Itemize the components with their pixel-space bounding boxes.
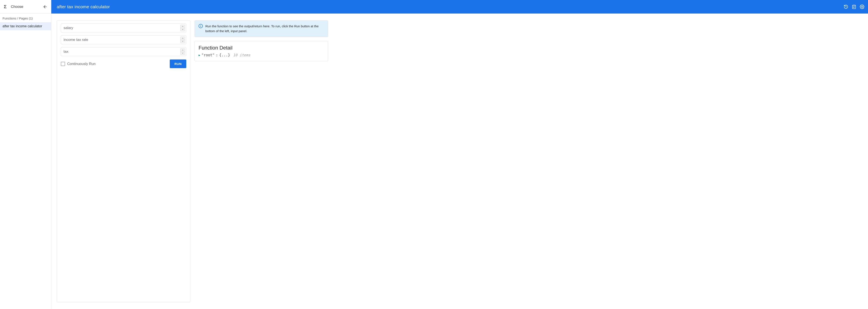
right-column: i Run the function to see the output/ret… bbox=[194, 20, 328, 302]
sidebar-section-header: Functions / Pages (1) bbox=[0, 13, 51, 22]
income-tax-rate-input[interactable] bbox=[61, 35, 186, 44]
sidebar-top-left: Σ Choose bbox=[4, 4, 23, 9]
json-root-line: ▶ "root" : {...} 10 items bbox=[198, 53, 324, 57]
expand-toggle[interactable]: ▶ bbox=[198, 54, 200, 57]
sidebar-top: Σ Choose bbox=[0, 0, 51, 13]
input-footer: Continuously Run RUN bbox=[61, 60, 186, 68]
salary-input[interactable] bbox=[61, 24, 186, 32]
stepper-up[interactable] bbox=[181, 25, 185, 28]
topbar-icons bbox=[843, 4, 865, 9]
info-icon: i bbox=[198, 24, 203, 28]
chevron-up-icon bbox=[182, 49, 184, 51]
stepper-down[interactable] bbox=[181, 40, 185, 43]
stepper-up[interactable] bbox=[181, 37, 185, 40]
chevron-down-icon bbox=[182, 41, 184, 42]
json-root-body: {...} bbox=[219, 53, 230, 57]
info-box: i Run the function to see the output/ret… bbox=[195, 21, 328, 37]
choose-label[interactable]: Choose bbox=[11, 5, 23, 9]
continuously-run-label: Continuously Run bbox=[67, 62, 96, 66]
stepper-down[interactable] bbox=[181, 52, 185, 55]
chevron-down-icon bbox=[182, 53, 184, 54]
notes-icon bbox=[852, 4, 856, 9]
stepper-up[interactable] bbox=[181, 49, 185, 52]
salary-stepper[interactable] bbox=[180, 25, 185, 31]
history-button[interactable] bbox=[843, 4, 848, 9]
sigma-icon: Σ bbox=[4, 4, 6, 9]
run-button[interactable]: RUN bbox=[170, 60, 186, 68]
chevron-up-icon bbox=[182, 26, 184, 27]
json-colon: : bbox=[216, 53, 218, 57]
arrow-left-icon bbox=[43, 4, 48, 9]
json-items-meta: 10 items bbox=[233, 53, 250, 57]
svg-point-6 bbox=[862, 6, 863, 7]
function-detail-title: Function Detail bbox=[198, 45, 324, 51]
checkbox-box-icon bbox=[61, 62, 65, 66]
sidebar: Σ Choose Functions / Pages (1) after tax… bbox=[0, 0, 51, 309]
info-text: Run the function to see the output/retur… bbox=[205, 24, 324, 33]
history-icon bbox=[844, 4, 848, 9]
function-detail-panel: Function Detail ▶ "root" : {...} 10 item… bbox=[194, 41, 328, 61]
settings-button[interactable] bbox=[860, 4, 865, 9]
income-tax-rate-stepper[interactable] bbox=[180, 37, 185, 43]
content: Continuously Run RUN i Run the function … bbox=[51, 13, 868, 309]
input-panel: Continuously Run RUN bbox=[57, 20, 190, 302]
continuously-run-checkbox[interactable]: Continuously Run bbox=[61, 62, 96, 66]
chevron-down-icon bbox=[182, 29, 184, 30]
sidebar-item-after-tax-income-calculator[interactable]: after tax income calculator bbox=[0, 22, 51, 30]
topbar: after tax income calculator bbox=[51, 0, 868, 13]
main: after tax income calculator bbox=[51, 0, 868, 309]
logs-button[interactable] bbox=[851, 4, 857, 9]
salary-field-wrap bbox=[61, 24, 186, 32]
gear-icon bbox=[860, 4, 864, 9]
tax-field-wrap bbox=[61, 47, 186, 56]
output-panel: i Run the function to see the output/ret… bbox=[194, 20, 328, 37]
tax-stepper[interactable] bbox=[180, 48, 185, 55]
json-root-key: "root" bbox=[202, 53, 214, 57]
tax-input[interactable] bbox=[61, 47, 186, 56]
chevron-up-icon bbox=[182, 38, 184, 39]
stepper-down[interactable] bbox=[181, 28, 185, 31]
back-button[interactable] bbox=[42, 4, 48, 10]
page-title: after tax income calculator bbox=[57, 4, 110, 9]
income-tax-rate-field-wrap bbox=[61, 35, 186, 44]
